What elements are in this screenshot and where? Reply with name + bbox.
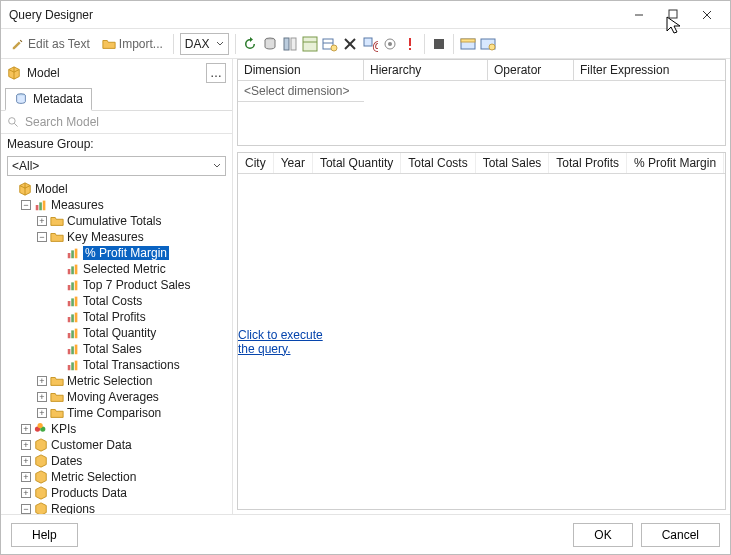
cancel-button[interactable]: Cancel — [641, 523, 720, 547]
tree-dim[interactable]: +Metric Selection — [19, 469, 230, 485]
svg-rect-22 — [461, 39, 475, 42]
ok-button[interactable]: OK — [573, 523, 632, 547]
query-mode-icon[interactable] — [480, 36, 496, 52]
import-button[interactable]: Import... — [98, 35, 167, 53]
tree-kpis[interactable]: +KPIs — [19, 421, 230, 437]
result-col[interactable]: City — [238, 153, 274, 173]
svg-rect-34 — [68, 269, 71, 274]
separator — [173, 34, 174, 54]
svg-rect-53 — [71, 362, 74, 370]
delete-icon[interactable] — [342, 36, 358, 52]
db-icon[interactable] — [262, 36, 278, 52]
result-col[interactable]: Total Quantity — [313, 153, 401, 173]
svg-rect-52 — [68, 365, 71, 370]
svg-rect-37 — [68, 285, 71, 290]
svg-point-57 — [38, 423, 43, 428]
filter-row-placeholder[interactable]: <Select dimension> — [238, 81, 364, 102]
tree-measure-selected[interactable]: % Profit Margin — [51, 245, 230, 261]
svg-rect-49 — [68, 349, 71, 354]
tree-dim[interactable]: +Dates — [19, 453, 230, 469]
model-picker-button[interactable]: … — [206, 63, 226, 83]
tree-folder[interactable]: +Metric Selection — [35, 373, 230, 389]
tree-measure[interactable]: Total Profits — [51, 309, 230, 325]
tree-measure[interactable]: Total Sales — [51, 341, 230, 357]
language-select[interactable]: DAX — [180, 33, 229, 55]
filter-grid: Dimension Hierarchy Operator Filter Expr… — [237, 59, 726, 146]
separator — [424, 34, 425, 54]
svg-rect-40 — [68, 301, 71, 306]
tree[interactable]: Model −Measures +Cumulative Totals −Key … — [1, 178, 232, 514]
filter-header-dimension[interactable]: Dimension — [238, 60, 364, 81]
tree-measure[interactable]: Total Quantity — [51, 325, 230, 341]
svg-rect-38 — [71, 282, 74, 290]
svg-rect-28 — [36, 205, 39, 210]
svg-rect-51 — [75, 345, 78, 355]
import-label: Import... — [119, 37, 163, 51]
edit-as-text-button[interactable]: Edit as Text — [7, 35, 94, 53]
tree-dim-regions[interactable]: −Regions — [19, 501, 230, 514]
minimize-button[interactable] — [622, 2, 656, 28]
close-button[interactable] — [690, 2, 724, 28]
toggle-icon[interactable] — [282, 36, 298, 52]
left-panel: Model … Metadata Search Model Measure Gr… — [1, 59, 233, 514]
svg-rect-20 — [434, 39, 444, 49]
titlebar: Query Designer — [1, 1, 730, 29]
result-col[interactable]: % Profit Margin — [627, 153, 724, 173]
tree-measure[interactable]: Top 7 Product Sales — [51, 277, 230, 293]
svg-line-27 — [14, 123, 17, 126]
tree-dim[interactable]: +Products Data — [19, 485, 230, 501]
measure-group-select[interactable]: <All> — [7, 156, 226, 176]
stop-icon[interactable] — [431, 36, 447, 52]
metadata-tab-label: Metadata — [33, 92, 83, 106]
tree-dim[interactable]: +Customer Data — [19, 437, 230, 453]
filter-header-operator[interactable]: Operator — [488, 60, 574, 81]
design-mode-icon[interactable] — [460, 36, 476, 52]
svg-point-11 — [331, 45, 337, 51]
svg-rect-32 — [71, 250, 74, 258]
result-col[interactable]: Total Sales — [476, 153, 550, 173]
member-icon[interactable]: @ — [362, 36, 378, 52]
svg-rect-33 — [75, 249, 78, 259]
chevron-down-icon — [216, 40, 224, 48]
result-grid: City Year Total Quantity Total Costs Tot… — [237, 152, 726, 510]
refresh-icon[interactable] — [242, 36, 258, 52]
tree-measure[interactable]: Total Costs — [51, 293, 230, 309]
svg-rect-6 — [291, 38, 296, 50]
tree-root[interactable]: Model — [3, 181, 230, 197]
param-icon[interactable] — [382, 36, 398, 52]
filter-header-hierarchy[interactable]: Hierarchy — [364, 60, 488, 81]
svg-rect-19 — [409, 48, 411, 50]
result-col[interactable]: Total Profits — [549, 153, 627, 173]
help-button[interactable]: Help — [11, 523, 78, 547]
svg-point-26 — [9, 117, 16, 124]
separator — [453, 34, 454, 54]
svg-text:@: @ — [372, 39, 378, 52]
svg-rect-42 — [75, 297, 78, 307]
tree-folder-key-measures[interactable]: −Key Measures — [35, 229, 230, 245]
tree-measure[interactable]: Total Transactions — [51, 357, 230, 373]
edit-as-text-label: Edit as Text — [28, 37, 90, 51]
tree-measure[interactable]: Selected Metric — [51, 261, 230, 277]
svg-rect-30 — [43, 201, 46, 211]
tree-folder[interactable]: +Time Comparison — [35, 405, 230, 421]
svg-point-17 — [388, 42, 392, 46]
tree-folder[interactable]: +Cumulative Totals — [35, 213, 230, 229]
svg-rect-44 — [71, 314, 74, 322]
toolbar: Edit as Text Import... DAX @ — [1, 29, 730, 59]
search-input[interactable]: Search Model — [25, 115, 99, 129]
metadata-tab[interactable]: Metadata — [5, 88, 92, 111]
execute-query-link[interactable]: Click to execute the query. — [238, 328, 330, 356]
layout-icon[interactable] — [302, 36, 318, 52]
svg-rect-1 — [669, 10, 677, 18]
tree-measures[interactable]: −Measures — [19, 197, 230, 213]
svg-rect-46 — [68, 333, 71, 338]
measure-group-value: <All> — [12, 159, 39, 173]
add-table-icon[interactable] — [322, 36, 338, 52]
warning-icon[interactable] — [402, 36, 418, 52]
svg-rect-39 — [75, 281, 78, 291]
tree-folder[interactable]: +Moving Averages — [35, 389, 230, 405]
filter-header-expression[interactable]: Filter Expression — [574, 60, 725, 81]
maximize-button[interactable] — [656, 2, 690, 28]
result-col[interactable]: Total Costs — [401, 153, 475, 173]
result-col[interactable]: Year — [274, 153, 313, 173]
